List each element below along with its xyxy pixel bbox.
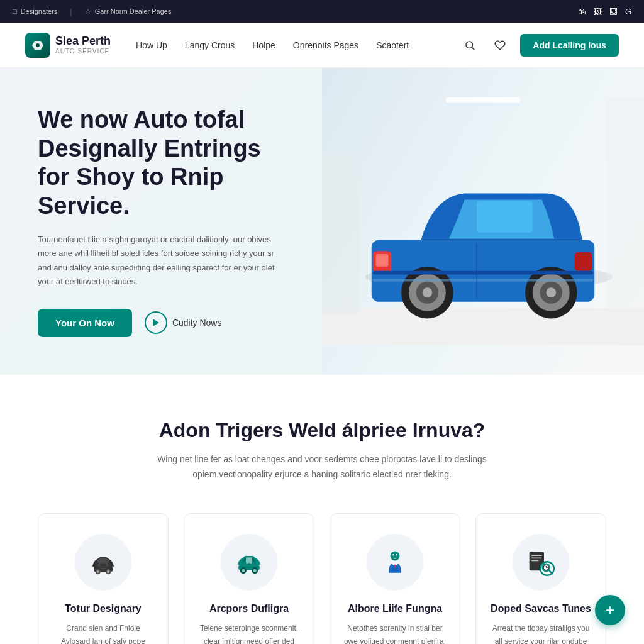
svg-line-2: [472, 47, 475, 50]
svg-point-29: [97, 570, 99, 573]
svg-rect-22: [322, 153, 359, 314]
box-icon: □: [13, 8, 17, 15]
features-grid: Totur Designary Crand sien and Fniole Av…: [38, 513, 606, 644]
google-icon[interactable]: G: [625, 7, 631, 16]
top-bar-label-2: Garr Norm Dealer Pages: [95, 8, 172, 15]
header-actions: Add Lcalling Ious: [460, 34, 619, 57]
svg-rect-19: [373, 271, 594, 275]
svg-rect-44: [531, 555, 542, 557]
logo-text: Slea Perth AUTO SERVICE: [55, 35, 111, 55]
feature-icon-3: [513, 534, 569, 591]
top-bar-label-1: Designaters: [21, 8, 58, 15]
svg-point-39: [248, 563, 250, 565]
feature-icon-2: [367, 534, 423, 591]
svg-point-1: [466, 42, 473, 48]
search-icon[interactable]: [460, 35, 480, 55]
svg-rect-20: [373, 279, 594, 281]
feature-desc-1: Telene seteroinge sconmenlt, clear imlti…: [197, 622, 301, 644]
svg-point-14: [423, 287, 433, 297]
logo-icon: [25, 33, 50, 58]
hero-content: We now Auto tofal Designally Entrings fo…: [0, 68, 322, 375]
nav-item-3[interactable]: Onrenoits Pages: [293, 40, 358, 50]
cta-button[interactable]: Add Lcalling Ious: [520, 34, 619, 57]
nav-item-2[interactable]: Holpe: [252, 40, 275, 50]
bag-icon[interactable]: 🛍: [578, 7, 586, 16]
hero-secondary-label: Cudity Nows: [172, 318, 222, 328]
nav-item-0[interactable]: How Up: [136, 40, 167, 50]
feature-card-2: Albore Liife Fungna Netothes sorenity in…: [330, 513, 460, 644]
image-icon[interactable]: 🖼: [594, 7, 602, 16]
svg-rect-24: [446, 97, 520, 103]
svg-point-36: [242, 569, 245, 572]
feature-icon-1: [221, 534, 277, 591]
svg-rect-45: [531, 558, 542, 559]
logo[interactable]: Slea Perth AUTO SERVICE: [25, 33, 111, 58]
svg-rect-10: [575, 252, 592, 271]
logo-sub: AUTO SERVICE: [55, 48, 111, 55]
fab-button[interactable]: +: [595, 595, 625, 625]
svg-rect-23: [607, 97, 644, 308]
feature-desc-2: Netothes sorenity in stial ber owe voliu…: [343, 622, 447, 644]
nav-item-1[interactable]: Langy Crous: [185, 40, 235, 50]
feature-card-3: Doped Savcas Tunes Arreat the tlopay str…: [475, 513, 606, 644]
svg-point-18: [546, 287, 556, 297]
svg-marker-3: [153, 319, 159, 326]
play-icon: [145, 311, 167, 334]
top-bar: □ Designaters | ☆ Garr Norm Dealer Pages…: [0, 0, 644, 23]
hero-section: We now Auto tofal Designally Entrings fo…: [0, 68, 644, 375]
features-section: Adon Trigers Weld álpriee Irnuva? Wing n…: [0, 375, 644, 644]
nav-item-4[interactable]: Scaotert: [376, 40, 409, 50]
svg-point-41: [392, 554, 394, 556]
hero-image: [322, 68, 644, 375]
hero-title: We now Auto tofal Designally Entrings fo…: [38, 106, 291, 220]
top-bar-item-1[interactable]: □ Designaters: [13, 8, 57, 15]
star-icon: ☆: [85, 8, 91, 16]
hero-secondary-button[interactable]: Cudity Nows: [145, 311, 222, 334]
top-bar-divider: |: [70, 7, 72, 16]
features-description: Wing net line fer as loat chenges and vo…: [127, 452, 517, 482]
layers-icon[interactable]: ⛾: [609, 7, 618, 16]
heart-icon[interactable]: [490, 35, 510, 55]
svg-point-32: [106, 564, 109, 567]
main-nav: How Up Langy Crous Holpe Onrenoits Pages…: [136, 40, 460, 50]
svg-rect-46: [531, 560, 539, 562]
feature-desc-0: Crand sien and Fniole Avlosard lan of sa…: [51, 622, 155, 644]
hero-description: Tournenfanet tliie a sighmgaroyat or eac…: [38, 233, 277, 288]
feature-title-0: Totur Designary: [51, 603, 155, 614]
feature-card-0: Totur Designary Crand sien and Fniole Av…: [38, 513, 169, 644]
svg-rect-9: [376, 254, 389, 267]
feature-title-2: Albore Liife Fungna: [343, 603, 447, 614]
feature-icon-0: [75, 534, 131, 591]
svg-rect-4: [322, 308, 644, 345]
header: Slea Perth AUTO SERVICE How Up Langy Cro…: [0, 23, 644, 68]
features-title: Adon Trigers Weld álpriee Irnuva?: [38, 419, 606, 442]
feature-card-1: Arcpors Dufligra Telene seteroinge sconm…: [184, 513, 314, 644]
svg-point-30: [107, 570, 109, 573]
top-bar-item-2[interactable]: ☆ Garr Norm Dealer Pages: [85, 8, 172, 16]
feature-desc-3: Arreat the tlopay stralllgs you all serv…: [489, 622, 593, 644]
feature-title-3: Doped Savcas Tunes: [489, 603, 593, 614]
svg-point-37: [253, 569, 257, 572]
svg-point-31: [97, 564, 101, 567]
svg-rect-25: [446, 104, 520, 106]
top-bar-right: 🛍 🖼 ⛾ G: [578, 7, 631, 16]
svg-point-0: [36, 43, 40, 47]
logo-name: Slea Perth: [55, 35, 111, 48]
feature-title-1: Arcpors Dufligra: [197, 603, 301, 614]
svg-rect-7: [477, 201, 533, 232]
svg-point-42: [396, 554, 397, 556]
hero-primary-button[interactable]: Your On Now: [38, 309, 132, 337]
hero-buttons: Your On Now Cudity Nows: [38, 309, 291, 337]
